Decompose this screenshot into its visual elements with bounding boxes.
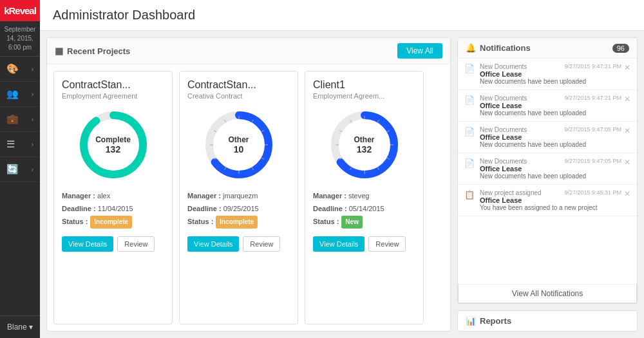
view-all-projects-button[interactable]: View All: [397, 43, 442, 59]
notification-title: Office Lease: [480, 70, 621, 78]
project-actions: View Details Review: [187, 236, 280, 252]
project-card: Client1 Employment Agreem... Other 132 M…: [305, 71, 424, 324]
notification-time: 9/27/2015 9:47:05 PM: [564, 126, 621, 133]
notification-title: Office Lease: [480, 196, 621, 204]
view-details-button[interactable]: View Details: [187, 236, 239, 252]
project-card: ContractStan... Creativa Contract Other …: [179, 71, 298, 324]
notifications-count: 96: [612, 44, 629, 53]
notification-item: 📄 New Documents 9/27/2015 9:47:05 PM Off…: [458, 122, 637, 153]
notifications-title: Notifications: [480, 43, 531, 53]
sidebar: kReveal September 14, 2015, 6:00 pm 🎨 › …: [0, 0, 40, 338]
sidebar-item-projects[interactable]: 💼 ›: [0, 107, 40, 132]
project-card: ContractStan... Employment Agreement Com…: [53, 71, 173, 324]
notification-icon: 📄: [464, 127, 475, 136]
reports-icon: 📊: [466, 316, 476, 326]
project-info: Manager : alex Deadline : 11/04/2015 Sta…: [62, 190, 133, 229]
project-name: Client1: [313, 79, 345, 91]
page-header: Administrator Dashboard: [40, 0, 644, 31]
chart-label: Other: [354, 135, 374, 144]
notifications-header: 🔔 Notifications 96: [458, 38, 637, 59]
chart-value: 132: [354, 144, 374, 155]
reports-header: 📊 Reports: [466, 316, 629, 326]
project-info: Manager : steveg Deadline : 05/14/2015 S…: [313, 190, 384, 229]
palette-icon: 🎨: [6, 63, 19, 75]
review-button[interactable]: Review: [368, 236, 406, 252]
notification-icon: 📋: [464, 190, 475, 200]
close-notification-button[interactable]: ✕: [624, 158, 630, 167]
project-actions: View Details Review: [313, 236, 406, 252]
close-notification-button[interactable]: ✕: [624, 63, 630, 72]
project-donut: Other 10: [200, 106, 278, 183]
chart-label: Complete: [95, 135, 131, 144]
notification-type: New Documents: [480, 95, 527, 102]
notification-desc: New documents have been uploaded: [480, 141, 621, 148]
notification-item: 📄 New Documents 9/27/2015 9:47:21 PM Off…: [458, 90, 637, 122]
project-subtitle: Employment Agreement: [62, 92, 137, 100]
close-notification-button[interactable]: ✕: [624, 126, 630, 135]
bell-icon: 🔔: [466, 43, 476, 53]
notification-type: New Documents: [480, 63, 527, 70]
view-all-notifications-button[interactable]: View All Notifications: [458, 284, 637, 303]
project-name: ContractStan...: [187, 79, 256, 91]
sidebar-date: September 14, 2015, 6:00 pm: [0, 21, 40, 57]
notification-title: Office Lease: [480, 165, 621, 173]
notification-item: 📄 New Documents 9/27/2015 9:47:05 PM Off…: [458, 153, 637, 185]
notification-time: 9/27/2015 9:47:21 PM: [564, 63, 621, 70]
close-notification-button[interactable]: ✕: [624, 95, 630, 104]
notification-icon: 📄: [464, 64, 475, 73]
page-title: Administrator Dashboard: [53, 8, 195, 22]
reports-panel: 📊 Reports: [457, 310, 638, 332]
transfer-icon: 🔄: [6, 164, 19, 175]
project-info: Manager : jmarquezm Deadline : 09/25/201…: [187, 190, 259, 229]
close-notification-button[interactable]: ✕: [624, 189, 630, 198]
sidebar-item-list[interactable]: ☰ ›: [0, 132, 40, 157]
review-button[interactable]: Review: [243, 236, 280, 252]
notifications-panel: 🔔 Notifications 96 📄 New Documents 9/27/…: [457, 37, 638, 304]
project-subtitle: Creativa Contract: [187, 92, 243, 100]
left-panel: ▦ Recent Projects View All ContractStan.…: [46, 37, 451, 332]
view-details-button[interactable]: View Details: [313, 236, 365, 252]
project-donut: Complete 132: [75, 106, 152, 183]
app-logo: kReveal: [0, 0, 40, 21]
notification-type: New Documents: [480, 126, 527, 133]
notification-desc: You have been assigned to a new project: [480, 204, 621, 211]
notification-item: 📋 New project assigned 9/27/2015 9:45:31…: [458, 185, 637, 216]
sidebar-item-users[interactable]: 👥 ›: [0, 82, 40, 107]
list-icon: ☰: [6, 138, 15, 150]
sidebar-item-transfer[interactable]: 🔄 ›: [0, 157, 40, 182]
review-button[interactable]: Review: [117, 236, 155, 252]
recent-projects-title: ▦ Recent Projects: [55, 46, 130, 56]
notification-icon: 📄: [464, 158, 475, 168]
briefcase-icon: 💼: [6, 113, 19, 125]
notification-desc: New documents have been uploaded: [480, 78, 621, 85]
chart-value: 10: [228, 144, 249, 155]
content-area: ▦ Recent Projects View All ContractStan.…: [40, 31, 644, 338]
recent-projects-header: ▦ Recent Projects View All: [47, 38, 450, 64]
grid-icon: ▦: [55, 46, 63, 56]
notification-icon: 📄: [464, 95, 475, 105]
view-details-button[interactable]: View Details: [62, 236, 113, 252]
main-content: Administrator Dashboard ▦ Recent Project…: [40, 0, 644, 338]
user-menu[interactable]: Blane ▾: [0, 315, 40, 338]
notification-desc: New documents have been uploaded: [480, 173, 621, 180]
notification-type: New Documents: [480, 158, 527, 165]
project-subtitle: Employment Agreem...: [313, 92, 384, 100]
notification-time: 9/27/2015 9:47:21 PM: [564, 95, 621, 101]
project-donut: Other 132: [326, 106, 403, 183]
users-icon: 👥: [6, 88, 19, 100]
notification-desc: New documents have been uploaded: [480, 109, 621, 117]
status-badge: Incomplete: [216, 216, 258, 229]
chart-label: Other: [228, 135, 249, 144]
notification-type: New project assigned: [480, 189, 542, 196]
projects-grid: ContractStan... Employment Agreement Com…: [47, 64, 450, 331]
right-panel: 🔔 Notifications 96 📄 New Documents 9/27/…: [457, 37, 638, 332]
notification-item: 📄 New Documents 9/27/2015 9:47:21 PM Off…: [458, 59, 637, 90]
notification-time: 9/27/2015 9:47:05 PM: [564, 158, 621, 164]
status-badge: Incomplete: [90, 216, 132, 229]
project-actions: View Details Review: [62, 236, 155, 252]
notification-title: Office Lease: [480, 102, 621, 109]
notification-time: 9/27/2015 9:45:31 PM: [564, 189, 621, 196]
project-name: ContractStan...: [62, 79, 131, 91]
sidebar-item-palette[interactable]: 🎨 ›: [0, 57, 40, 82]
notification-title: Office Lease: [480, 133, 621, 141]
